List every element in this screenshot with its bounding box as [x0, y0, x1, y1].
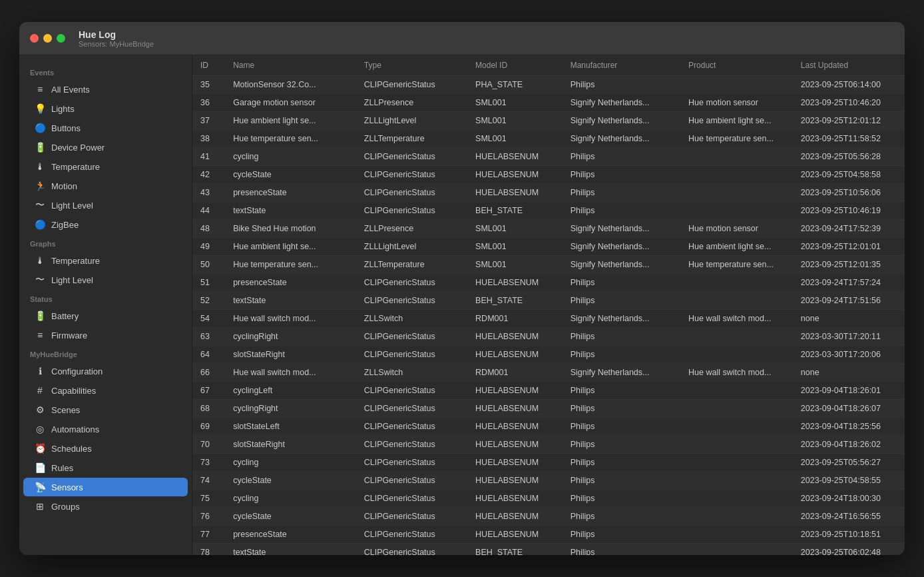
groups-icon: ⊞ [34, 500, 46, 512]
cell-updated: 2023-09-25T04:58:55 [793, 472, 905, 490]
cell-product [680, 274, 793, 292]
cell-manufacturer: Philips [563, 274, 680, 292]
cell-name: cycling [225, 490, 356, 508]
close-button[interactable] [30, 34, 39, 43]
sidebar-item-battery[interactable]: 🔋Battery [23, 306, 188, 325]
col-header-updated: Last Updated [793, 55, 905, 76]
cell-model: SML001 [467, 220, 563, 238]
cell-type: CLIPGenericStatus [356, 328, 467, 346]
lights-icon: 💡 [34, 103, 46, 115]
sidebar-item-sensors[interactable]: 📡Sensors [23, 478, 188, 496]
table-row[interactable]: 74cycleStateCLIPGenericStatusHUELABSENUM… [192, 472, 905, 490]
maximize-button[interactable] [57, 34, 65, 43]
cell-product [680, 382, 793, 400]
cell-id: 64 [192, 346, 225, 364]
col-header-product: Product [680, 55, 793, 76]
table-row[interactable]: 69slotStateLeftCLIPGenericStatusHUELABSE… [192, 418, 905, 436]
table-row[interactable]: 44textStateCLIPGenericStatusBEH_STATEPhi… [192, 202, 905, 220]
sidebar-item-configuration[interactable]: ℹConfiguration [23, 362, 188, 380]
cell-updated: 2023-09-25T12:01:35 [793, 256, 905, 274]
sidebar-section-label: Graphs [19, 235, 192, 251]
sidebar-item-device-power[interactable]: 🔋Device Power [23, 138, 188, 157]
cell-name: presenceState [225, 526, 356, 544]
sidebar-item-firmware[interactable]: ≡Firmware [23, 326, 188, 344]
col-header-model: Model ID [467, 55, 563, 76]
cell-type: CLIPGenericStatus [356, 184, 467, 202]
sidebar-item-label: Motion [51, 181, 77, 191]
table-row[interactable]: 50Hue temperature sen...ZLLTemperatureSM… [192, 256, 905, 274]
cell-model: HUELABSENUM [467, 382, 563, 400]
configuration-icon: ℹ [34, 365, 46, 377]
cell-name: Hue temperature sen... [225, 130, 356, 148]
table-row[interactable]: 63cyclingRightCLIPGenericStatusHUELABSEN… [192, 328, 905, 346]
motion-icon: 🏃 [34, 180, 46, 192]
table-row[interactable]: 70slotStateRightCLIPGenericStatusHUELABS… [192, 436, 905, 454]
cell-product [680, 346, 793, 364]
minimize-button[interactable] [43, 34, 52, 43]
sidebar-item-buttons[interactable]: 🔵Buttons [23, 119, 188, 137]
sidebar-item-schedules[interactable]: ⏰Schedules [23, 439, 188, 458]
sidebar-item-label: Temperature [51, 256, 100, 266]
sidebar-item-automations[interactable]: ◎Automations [23, 420, 188, 438]
table-row[interactable]: 67cyclingLeftCLIPGenericStatusHUELABSENU… [192, 382, 905, 400]
capabilities-icon: # [34, 384, 46, 396]
sidebar-item-groups[interactable]: ⊞Groups [23, 497, 188, 516]
sidebar-item-all-events[interactable]: ≡All Events [23, 80, 188, 99]
cell-id: 42 [192, 166, 225, 184]
schedules-icon: ⏰ [34, 442, 46, 454]
table-row[interactable]: 43presenceStateCLIPGenericStatusHUELABSE… [192, 184, 905, 202]
cell-manufacturer: Signify Netherlands... [563, 256, 680, 274]
cell-updated: 2023-09-25T06:02:48 [793, 544, 905, 556]
table-container[interactable]: ID Name Type Model ID Manufacturer Produ… [192, 55, 905, 555]
cell-updated: 2023-09-25T10:56:06 [793, 184, 905, 202]
cell-product [680, 76, 793, 94]
cell-id: 37 [192, 112, 225, 130]
cell-model: SML001 [467, 238, 563, 256]
sidebar-item-graph-temperature[interactable]: 🌡Temperature [23, 251, 188, 270]
sidebar-item-temperature[interactable]: 🌡Temperature [23, 157, 188, 176]
sidebar-item-light-level[interactable]: 〜Light Level [23, 196, 188, 215]
sidebar-item-capabilities[interactable]: #Capabilities [23, 381, 188, 400]
table-row[interactable]: 66Hue wall switch mod...ZLLSwitchRDM001S… [192, 364, 905, 382]
cell-model: HUELABSENUM [467, 148, 563, 166]
sidebar-item-scenes[interactable]: ⚙Scenes [23, 400, 188, 419]
table-row[interactable]: 54Hue wall switch mod...ZLLSwitchRDM001S… [192, 310, 905, 328]
sidebar-item-label: Capabilities [51, 386, 96, 396]
cell-product [680, 202, 793, 220]
cell-model: HUELABSENUM [467, 184, 563, 202]
graph-light-level-icon: 〜 [34, 274, 46, 286]
table-row[interactable]: 42cycleStateCLIPGenericStatusHUELABSENUM… [192, 166, 905, 184]
sidebar-item-motion[interactable]: 🏃Motion [23, 177, 188, 195]
cell-product [680, 418, 793, 436]
table-row[interactable]: 64slotStateRightCLIPGenericStatusHUELABS… [192, 346, 905, 364]
cell-manufacturer: Philips [563, 544, 680, 556]
table-row[interactable]: 38Hue temperature sen...ZLLTemperatureSM… [192, 130, 905, 148]
table-row[interactable]: 76cycleStateCLIPGenericStatusHUELABSENUM… [192, 508, 905, 526]
sensors-table: ID Name Type Model ID Manufacturer Produ… [192, 55, 905, 555]
table-row[interactable]: 52textStateCLIPGenericStatusBEH_STATEPhi… [192, 292, 905, 310]
table-row[interactable]: 37Hue ambient light se...ZLLLightLevelSM… [192, 112, 905, 130]
table-row[interactable]: 36Garage motion sensorZLLPresenceSML001S… [192, 94, 905, 112]
table-row[interactable]: 35MotionSensor 32.Co...CLIPGenericStatus… [192, 76, 905, 94]
cell-type: CLIPGenericStatus [356, 490, 467, 508]
sidebar-item-graph-light-level[interactable]: 〜Light Level [23, 271, 188, 289]
cell-model: PHA_STATE [467, 76, 563, 94]
cell-name: cyclingRight [225, 400, 356, 418]
table-row[interactable]: 78textStateCLIPGenericStatusBEH_STATEPhi… [192, 544, 905, 556]
cell-updated: 2023-09-25T10:46:19 [793, 202, 905, 220]
sidebar-item-zigbee[interactable]: 🔵ZigBee [23, 215, 188, 234]
rules-icon: 📄 [34, 462, 46, 474]
table-row[interactable]: 73cyclingCLIPGenericStatusHUELABSENUMPhi… [192, 454, 905, 472]
table-row[interactable]: 75cyclingCLIPGenericStatusHUELABSENUMPhi… [192, 490, 905, 508]
sidebar-item-rules[interactable]: 📄Rules [23, 458, 188, 477]
cell-model: HUELABSENUM [467, 346, 563, 364]
sidebar-item-lights[interactable]: 💡Lights [23, 99, 188, 118]
table-row[interactable]: 68cyclingRightCLIPGenericStatusHUELABSEN… [192, 400, 905, 418]
table-row[interactable]: 41cyclingCLIPGenericStatusHUELABSENUMPhi… [192, 148, 905, 166]
table-row[interactable]: 77presenceStateCLIPGenericStatusHUELABSE… [192, 526, 905, 544]
table-row[interactable]: 51presenceStateCLIPGenericStatusHUELABSE… [192, 274, 905, 292]
table-row[interactable]: 48Bike Shed Hue motionZLLPresenceSML001S… [192, 220, 905, 238]
table-row[interactable]: 49Hue ambient light se...ZLLLightLevelSM… [192, 238, 905, 256]
col-header-name: Name [225, 55, 356, 76]
cell-type: ZLLPresence [356, 94, 467, 112]
